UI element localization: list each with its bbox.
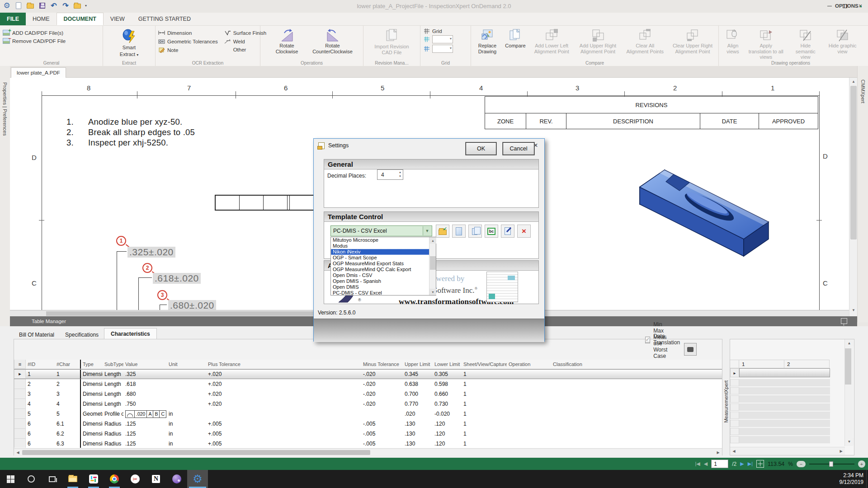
capture-grid-vscroll[interactable]: ▲ ▼ [844, 339, 853, 446]
column-header-2[interactable]: #Char [55, 360, 80, 369]
template-edit-button[interactable] [501, 225, 514, 238]
apply-translation-button[interactable]: Apply translation to all views [746, 27, 786, 61]
column-header-13[interactable]: Classification [551, 360, 723, 369]
template-option[interactable]: Mitutoyo Microscope [331, 237, 429, 243]
tab-characteristics[interactable]: Characteristics [104, 328, 157, 340]
template-option[interactable]: OGP - Smart Scope [331, 255, 429, 261]
measurementxpert-sidebar[interactable]: MeasurementXpert [722, 380, 730, 424]
column-header-8[interactable]: Minus Tolerance [361, 360, 403, 369]
column-header-4[interactable]: SubType [103, 360, 123, 369]
spinner-arrows-icon[interactable]: ▲▼ [399, 171, 401, 178]
row-header[interactable] [14, 399, 26, 409]
options-button[interactable]: OPTIONS ▾ [835, 3, 862, 9]
template-option[interactable]: OGP MeasureMind Export Stats [331, 261, 429, 267]
scroll-down-arrow[interactable]: ▼ [845, 438, 854, 445]
table-row[interactable]: 44DimensionLength.750+.020-.0200.7700.73… [14, 399, 722, 409]
capture-vscroll-thumb[interactable] [845, 348, 851, 385]
start-button[interactable] [0, 470, 21, 488]
table-row[interactable]: 66.3DimensionRadius.125in+.005-.005.130.… [14, 439, 722, 448]
capture-row-header[interactable] [730, 420, 739, 427]
table-row[interactable]: 66.2DimensionRadius.125in+.005-.005.130.… [14, 429, 722, 439]
balloon-3[interactable]: 3 [157, 290, 167, 300]
row-header[interactable] [14, 419, 26, 429]
table-row[interactable]: 66.1DimensionRadius.125in+.005-.005.130.… [14, 419, 722, 429]
capture-column-1[interactable]: 1 [739, 360, 784, 368]
template-excel-button[interactable]: bc [485, 225, 498, 238]
capture-empty-row[interactable] [739, 420, 830, 427]
capture-empty-row[interactable] [739, 395, 830, 403]
table-row[interactable]: ▸11DimensionLength.325+.020-.0200.3450.3… [14, 369, 722, 379]
note-button[interactable]: Note [158, 47, 218, 53]
template-option[interactable]: Open DMIS - Spanish [331, 278, 429, 284]
capture-row-header[interactable] [730, 395, 739, 403]
clear-upper-right-alignment-button[interactable]: Clear Upper Right Alignment Point [670, 27, 716, 56]
cmmxpert-sidebar[interactable]: CMMXpert [857, 66, 868, 322]
row-header[interactable] [14, 439, 26, 448]
zoom-out-button[interactable]: − [797, 461, 806, 467]
fit-to-window-button[interactable] [756, 460, 764, 468]
add-cad-pdf-button[interactable]: +ADD CAD/PDF File(s) [3, 30, 66, 36]
template-select[interactable]: PC-DMIS - CSV Excel ▼ [330, 225, 432, 236]
hide-semantic-view-button[interactable]: Hide semantic view [788, 27, 823, 61]
notion-button[interactable]: N [146, 470, 166, 488]
grid-hscroll-thumb[interactable] [22, 450, 370, 455]
zoom-slider-handle[interactable] [829, 461, 833, 467]
rotate-clockwise-button[interactable]: Rotate Clockwise [269, 27, 306, 56]
scroll-right-arrow[interactable]: ▶ [715, 449, 722, 455]
clear-all-alignment-button[interactable]: Clear All Alignment Points [623, 27, 668, 56]
import-revision-button[interactable]: Import Revision CAD File [369, 27, 415, 56]
capture-row-header[interactable] [730, 387, 739, 394]
column-header-11[interactable]: Sheet/View/Capture [462, 360, 507, 369]
tab-specifications[interactable]: Specifications [60, 330, 104, 340]
column-header-7[interactable]: Plus Tolerance [206, 360, 361, 369]
template-new-button[interactable] [452, 225, 466, 238]
add-lower-left-alignment-button[interactable]: Add Lower Left Alignment Point [530, 27, 573, 56]
next-page-button[interactable]: ▶ [740, 461, 744, 467]
balloon-1[interactable]: 1 [116, 236, 126, 246]
geometric-tolerances-button[interactable]: Geometric Tolerances [158, 38, 218, 44]
capture-row-header[interactable]: ▸ [730, 368, 739, 377]
tab-home[interactable]: HOME [26, 13, 57, 25]
tab-file[interactable]: FILE [0, 13, 26, 25]
row-header[interactable]: ▸ [14, 370, 26, 379]
previous-page-button[interactable]: ◀ [704, 461, 708, 467]
pin-icon[interactable] [841, 318, 847, 324]
scroll-right-arrow[interactable]: ▶ [838, 448, 844, 454]
dimension-button[interactable]: Dimension [158, 30, 218, 36]
table-row[interactable]: 22DimensionLength.618+.020-.0200.6380.59… [14, 379, 722, 389]
dropdown-scroll-thumb[interactable] [430, 256, 436, 270]
document-tab[interactable]: lower plate_A.PDF [11, 67, 66, 78]
template-option[interactable]: PC-DMIS - CSV Excel [331, 290, 429, 295]
cancel-button[interactable]: Cancel [503, 142, 534, 155]
grid-spacing-select[interactable] [432, 45, 453, 53]
purple-app-button[interactable] [166, 470, 187, 488]
smart-extract-button[interactable]: SmartExtract ▾ [118, 27, 141, 59]
dimension-1[interactable]: .325±.020 [127, 247, 175, 258]
chrome-button[interactable] [104, 470, 125, 488]
column-header-10[interactable]: Lower Limit [433, 360, 462, 369]
inspectionxpert-taskbar-button[interactable]: ⚙ [187, 470, 208, 488]
capture-empty-row[interactable] [739, 436, 830, 443]
capture-row-header[interactable] [730, 379, 739, 386]
rotate-counterclockwise-button[interactable]: Rotate CounterClockwise [310, 27, 355, 56]
table-row[interactable]: 33DimensionLength.680+.020-.0200.7000.66… [14, 389, 722, 399]
first-page-button[interactable]: |◀ [695, 461, 700, 467]
template-option[interactable]: Nikon iNexiv [331, 249, 429, 255]
row-header[interactable] [14, 379, 26, 389]
replace-drawing-button[interactable]: Replace Drawing [474, 27, 501, 56]
canvas-vscroll-thumb[interactable] [850, 86, 857, 239]
capture-column-2[interactable]: 2 [784, 360, 830, 368]
taskbar-clock[interactable]: 2:34 PM9/12/2019 [840, 472, 863, 486]
row-header[interactable] [14, 409, 26, 419]
template-copy-button[interactable] [468, 225, 482, 238]
capture-selected-row[interactable] [739, 368, 830, 377]
cortana-button[interactable] [21, 470, 42, 488]
capture-row-header[interactable] [730, 404, 739, 411]
capture-row-header[interactable] [730, 412, 739, 419]
capture-empty-row[interactable] [739, 404, 830, 411]
zoom-in-button[interactable]: + [858, 460, 865, 468]
snipping-tool-button[interactable]: ✂ [125, 470, 146, 488]
hide-graphic-view-button[interactable]: Hide graphic view [825, 27, 860, 56]
column-header-1[interactable]: #ID [26, 360, 55, 369]
decimal-places-spinner[interactable]: 4 ▲▼ [377, 169, 403, 180]
